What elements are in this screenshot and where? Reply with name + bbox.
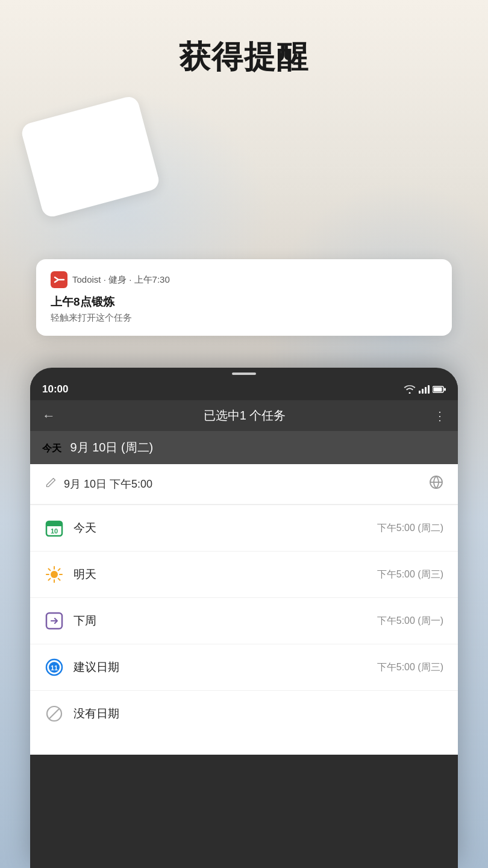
sun-icon (45, 565, 64, 584)
content-area: 9月 10日 下午5:00 10 (30, 464, 458, 737)
wifi-icon (404, 385, 416, 394)
svg-rect-5 (428, 385, 430, 394)
option-tomorrow[interactable]: 明天 下午5:00 (周三) (30, 552, 458, 598)
phone-bottom (30, 737, 458, 755)
option-today-time: 下午5:00 (周二) (377, 522, 443, 535)
page-title: 获得提醒 (0, 36, 488, 78)
notification-task-subtitle: 轻触来打开这个任务 (51, 312, 437, 324)
option-suggested-label: 建议日期 (74, 659, 119, 675)
no-date-icon (45, 704, 64, 723)
notification-task-title: 上午8点锻炼 (51, 294, 437, 310)
option-tomorrow-label: 明天 (74, 567, 96, 582)
svg-point-15 (51, 571, 58, 578)
option-suggested[interactable]: 11 建议日期 下午5:00 (周三) (30, 644, 458, 691)
svg-rect-3 (422, 389, 424, 394)
svg-line-20 (49, 569, 51, 571)
svg-text:10: 10 (51, 527, 58, 535)
option-next-week[interactable]: 下周 下午5:00 (周一) (30, 598, 458, 644)
back-button[interactable]: ← (42, 408, 55, 424)
date-selector-text: 9月 10日 下午5:00 (64, 477, 152, 491)
date-bar-date: 9月 10日 (周二) (70, 441, 153, 454)
option-next-week-time: 下午5:00 (周一) (377, 615, 443, 627)
option-tomorrow-time: 下午5:00 (周三) (377, 568, 443, 581)
svg-rect-4 (425, 387, 427, 394)
date-selector-row[interactable]: 9月 10日 下午5:00 (30, 464, 458, 505)
svg-rect-7 (434, 388, 442, 392)
notification-app-info: Todoist · 健身 · 上午7:30 (72, 274, 170, 286)
svg-line-21 (58, 579, 60, 580)
menu-button[interactable]: ⋮ (434, 409, 446, 423)
option-next-week-label: 下周 (74, 613, 96, 629)
todoist-logo-icon (51, 271, 67, 288)
option-no-date-label: 没有日期 (74, 706, 119, 722)
svg-line-22 (58, 569, 60, 571)
battery-icon (433, 386, 446, 393)
option-no-date[interactable]: 没有日期 (30, 691, 458, 737)
option-suggested-time: 下午5:00 (周三) (377, 661, 443, 674)
option-today-label: 今天 (74, 520, 96, 536)
calendar-icon: 10 (45, 518, 64, 538)
header-title: 已选中1 个任务 (204, 407, 286, 424)
phone-mockup: 10:00 ← 已选中1 个任务 (30, 368, 458, 868)
option-today[interactable]: 10 今天 下午5:00 (周二) (30, 505, 458, 552)
status-time: 10:00 (42, 383, 68, 395)
svg-rect-13 (46, 524, 62, 526)
svg-rect-8 (444, 388, 446, 391)
globe-icon[interactable] (429, 475, 443, 493)
svg-line-23 (49, 579, 51, 580)
app-header: ← 已选中1 个任务 ⋮ (30, 400, 458, 431)
next-week-icon (45, 611, 64, 631)
pencil-icon (45, 477, 57, 492)
svg-rect-2 (419, 391, 421, 394)
notification-card[interactable]: Todoist · 健身 · 上午7:30 上午8点锻炼 轻触来打开这个任务 (36, 259, 452, 336)
status-icons (404, 385, 446, 394)
suggest-icon: 11 (45, 658, 64, 677)
signal-icon (419, 385, 430, 394)
status-bar: 10:00 (30, 377, 458, 400)
today-label: 今天 (42, 443, 61, 453)
drag-handle (232, 373, 256, 375)
svg-text:11: 11 (51, 664, 58, 671)
date-bar: 今天 9月 10日 (周二) (30, 431, 458, 464)
